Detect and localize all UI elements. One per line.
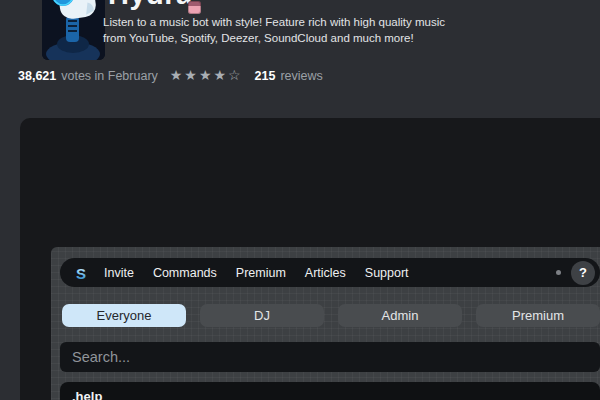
bot-avatar bbox=[42, 0, 105, 60]
tab-everyone[interactable]: Everyone bbox=[62, 304, 186, 327]
commands-widget: S Invite Commands Premium Articles Suppo… bbox=[51, 247, 600, 400]
reviews-label: reviews bbox=[280, 69, 322, 83]
reviews-count: 215 bbox=[255, 69, 276, 83]
widget-frame: S Invite Commands Premium Articles Suppo… bbox=[20, 118, 600, 400]
nav-item-commands[interactable]: Commands bbox=[153, 266, 217, 280]
bot-title: Hydra bbox=[108, 0, 193, 9]
bot-description: Listen to a music bot with style! Featur… bbox=[103, 15, 461, 46]
votes-label: votes in February bbox=[61, 69, 158, 83]
stats-row: 38,621 votes in February ★★★★☆ 215 revie… bbox=[18, 68, 323, 84]
command-name: .help bbox=[72, 389, 590, 400]
tab-premium[interactable]: Premium bbox=[476, 304, 600, 327]
tab-dj[interactable]: DJ bbox=[200, 304, 324, 327]
nav-item-support[interactable]: Support bbox=[365, 266, 409, 280]
bot-listing-page: Hydra Listen to a music bot with style! … bbox=[0, 0, 600, 400]
svg-text:S: S bbox=[76, 264, 86, 281]
search-input[interactable] bbox=[60, 342, 600, 372]
robot-dj-avatar-icon bbox=[42, 0, 105, 60]
hydra-logo-icon[interactable]: S bbox=[72, 264, 90, 282]
tab-admin[interactable]: Admin bbox=[338, 304, 462, 327]
command-card-help: .help Shows the help menu. Aliases: h bbox=[60, 382, 600, 400]
nav-item-premium[interactable]: Premium bbox=[236, 266, 286, 280]
star-rating-icon: ★★★★☆ bbox=[170, 67, 243, 83]
permission-tabs: Everyone DJ Admin Premium bbox=[62, 304, 600, 327]
bot-badge-icon bbox=[188, 1, 201, 14]
nav-item-articles[interactable]: Articles bbox=[305, 266, 346, 280]
status-dot-icon bbox=[556, 270, 561, 275]
votes-count: 38,621 bbox=[18, 69, 56, 83]
nav-item-invite[interactable]: Invite bbox=[104, 266, 134, 280]
widget-navbar: S Invite Commands Premium Articles Suppo… bbox=[60, 258, 600, 287]
help-button[interactable]: ? bbox=[571, 261, 595, 285]
